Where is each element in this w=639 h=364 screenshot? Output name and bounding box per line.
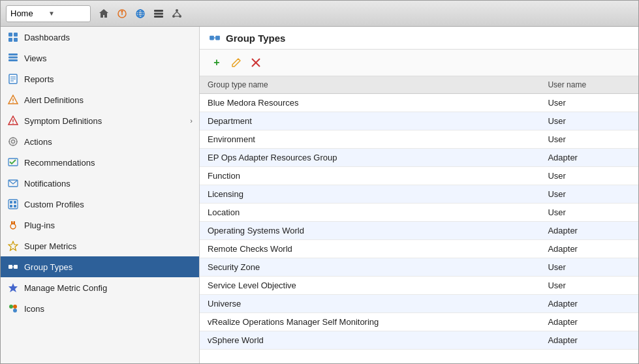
sidebar-label: Symptom Definitions bbox=[24, 116, 185, 126]
add-button[interactable]: + bbox=[209, 55, 225, 70]
svg-point-13 bbox=[179, 15, 181, 18]
cell-user-name: Adapter bbox=[540, 222, 638, 240]
col-user-name: User name bbox=[540, 76, 638, 94]
cell-group-type-name: Service Level Objective bbox=[200, 277, 540, 295]
content-icon bbox=[209, 32, 221, 44]
list-icon[interactable] bbox=[151, 6, 166, 22]
cell-group-type-name: vRealize Operations Manager Self Monitor… bbox=[200, 313, 540, 331]
svg-rect-45 bbox=[14, 201, 16, 204]
group-types-icon bbox=[7, 261, 19, 273]
table-row[interactable]: Remote Checks WorldAdapter bbox=[200, 240, 638, 258]
svg-point-56 bbox=[13, 309, 17, 312]
table-row[interactable]: Blue Medora ResourcesUser bbox=[200, 94, 638, 112]
super-metrics-icon bbox=[7, 240, 19, 252]
back-icon[interactable] bbox=[114, 6, 130, 22]
table-row[interactable]: DepartmentUser bbox=[200, 112, 638, 130]
sidebar-item-views[interactable]: Views bbox=[1, 48, 199, 68]
sidebar-item-dashboards[interactable]: Dashboards bbox=[1, 27, 199, 48]
main-layout: Dashboards Views bbox=[1, 27, 638, 363]
sidebar-item-alert-definitions[interactable]: Alert Definitions bbox=[1, 89, 199, 110]
sidebar-item-manage-metric-config[interactable]: Manage Metric Config bbox=[1, 277, 199, 298]
sidebar-item-group-types[interactable]: Group Types bbox=[1, 256, 199, 277]
svg-point-2 bbox=[121, 10, 123, 12]
cell-user-name: User bbox=[540, 167, 638, 185]
cell-group-type-name: vSphere World bbox=[200, 331, 540, 350]
group-types-table: Group type name User name Blue Medora Re… bbox=[200, 76, 638, 350]
svg-rect-18 bbox=[14, 33, 18, 37]
edit-button[interactable] bbox=[228, 55, 244, 70]
sidebar-label: Recommendations bbox=[24, 158, 193, 168]
table-row[interactable]: Operating Systems WorldAdapter bbox=[200, 222, 638, 240]
sidebar-label: Dashboards bbox=[24, 33, 193, 42]
sidebar-label: Reports bbox=[24, 74, 193, 84]
sidebar-label: Views bbox=[24, 53, 193, 63]
cell-group-type-name: Location bbox=[200, 204, 540, 222]
table-row[interactable]: UniverseAdapter bbox=[200, 295, 638, 313]
table-row[interactable]: LicensingUser bbox=[200, 185, 638, 204]
dashboards-icon bbox=[7, 31, 19, 43]
sidebar-item-custom-profiles[interactable]: Custom Profiles bbox=[1, 194, 199, 215]
svg-rect-58 bbox=[210, 36, 214, 40]
svg-rect-17 bbox=[8, 33, 12, 37]
delete-button[interactable] bbox=[248, 55, 264, 70]
svg-point-34 bbox=[9, 138, 17, 145]
symptom-icon bbox=[7, 115, 19, 127]
table-row[interactable]: vRealize Operations Manager Self Monitor… bbox=[200, 313, 638, 331]
svg-point-55 bbox=[9, 305, 13, 309]
sidebar-item-symptom-definitions[interactable]: Symptom Definitions › bbox=[1, 110, 199, 131]
cell-user-name: User bbox=[540, 258, 638, 277]
table-row[interactable]: Service Level ObjectiveUser bbox=[200, 277, 638, 295]
table-row[interactable]: FunctionUser bbox=[200, 167, 638, 185]
cell-group-type-name: Environment bbox=[200, 130, 540, 149]
toolbar-icons bbox=[96, 6, 185, 22]
svg-rect-46 bbox=[14, 205, 16, 207]
svg-rect-44 bbox=[10, 205, 12, 207]
cell-user-name: Adapter bbox=[540, 149, 638, 167]
sidebar-item-notifications[interactable]: Notifications bbox=[1, 173, 199, 194]
table-row[interactable]: EnvironmentUser bbox=[200, 130, 638, 149]
cell-group-type-name: Department bbox=[200, 112, 540, 130]
views-icon bbox=[7, 52, 19, 64]
sidebar: Dashboards Views bbox=[1, 27, 200, 363]
svg-rect-23 bbox=[8, 59, 18, 61]
sidebar-item-plugins[interactable]: Plug-ins bbox=[1, 215, 199, 235]
svg-point-57 bbox=[13, 305, 17, 309]
sidebar-item-actions[interactable]: Actions bbox=[1, 131, 199, 152]
content-header: Group Types bbox=[200, 27, 638, 50]
svg-rect-8 bbox=[154, 10, 163, 12]
cell-user-name: User bbox=[540, 185, 638, 204]
sidebar-item-icons[interactable]: Icons bbox=[1, 298, 199, 319]
top-bar: Home ▼ bbox=[1, 1, 638, 27]
cell-group-type-name: Licensing bbox=[200, 185, 540, 204]
app-container: Home ▼ bbox=[0, 0, 639, 364]
custom-profiles-icon bbox=[7, 198, 19, 210]
notifications-icon bbox=[7, 177, 19, 189]
content-area: Group Types + bbox=[200, 27, 638, 363]
svg-line-15 bbox=[177, 12, 180, 15]
home-dropdown[interactable]: Home ▼ bbox=[6, 5, 91, 22]
svg-rect-51 bbox=[8, 265, 12, 269]
table-row[interactable]: LocationUser bbox=[200, 204, 638, 222]
table-row[interactable]: EP Ops Adapter Resources GroupAdapter bbox=[200, 149, 638, 167]
sidebar-label: Notifications bbox=[24, 179, 193, 189]
svg-marker-50 bbox=[8, 241, 18, 250]
cell-group-type-name: Universe bbox=[200, 295, 540, 313]
sidebar-label: Icons bbox=[24, 304, 193, 314]
svg-rect-22 bbox=[8, 57, 18, 59]
network-icon[interactable] bbox=[169, 6, 185, 22]
sidebar-label: Plug-ins bbox=[24, 220, 193, 230]
home-icon[interactable] bbox=[96, 6, 112, 22]
cell-user-name: User bbox=[540, 130, 638, 149]
cell-user-name: Adapter bbox=[540, 295, 638, 313]
svg-rect-48 bbox=[11, 221, 13, 224]
svg-rect-19 bbox=[8, 38, 12, 42]
sidebar-item-super-metrics[interactable]: Super Metrics bbox=[1, 235, 199, 256]
sidebar-item-recommendations[interactable]: Recommendations bbox=[1, 152, 199, 173]
svg-rect-20 bbox=[14, 38, 18, 42]
table-row[interactable]: vSphere WorldAdapter bbox=[200, 331, 638, 350]
cell-group-type-name: Remote Checks World bbox=[200, 240, 540, 258]
svg-rect-49 bbox=[14, 221, 16, 224]
globe-icon[interactable] bbox=[132, 6, 148, 22]
sidebar-item-reports[interactable]: Reports bbox=[1, 68, 199, 89]
table-row[interactable]: Security ZoneUser bbox=[200, 258, 638, 277]
